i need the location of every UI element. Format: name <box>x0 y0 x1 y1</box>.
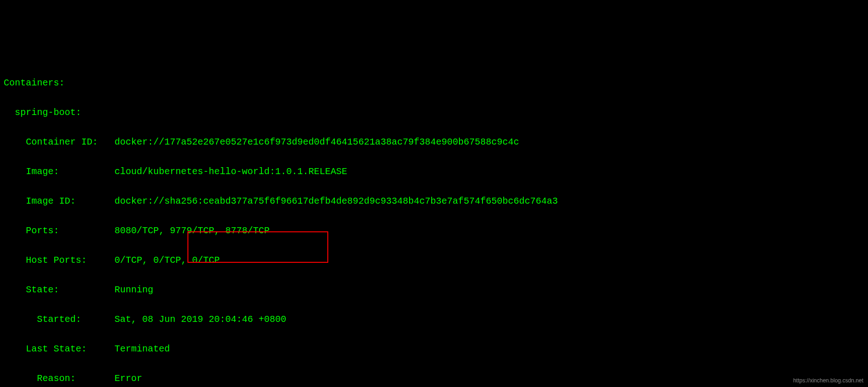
line-container-id: Container ID: docker://177a52e267e0527e1… <box>4 135 864 150</box>
line-reason: Reason: Error <box>4 371 864 386</box>
line-ports: Ports: 8080/TCP, 9779/TCP, 8778/TCP <box>4 224 864 238</box>
watermark: https://xinchen.blog.csdn.net <box>793 376 863 385</box>
line-last-state: Last State: Terminated <box>4 342 864 357</box>
line-state-started: Started: Sat, 08 Jun 2019 20:04:46 +0800 <box>4 312 864 327</box>
line-container-name: spring-boot: <box>4 105 864 120</box>
line-containers: Containers: <box>4 76 864 91</box>
line-image: Image: cloud/kubernetes-hello-world:1.0.… <box>4 164 864 179</box>
terminal-output: Containers: spring-boot: Container ID: d… <box>4 61 864 387</box>
line-state: State: Running <box>4 283 864 297</box>
line-image-id: Image ID: docker://sha256:ceabd377a75f6f… <box>4 194 864 209</box>
line-host-ports: Host Ports: 0/TCP, 0/TCP, 0/TCP <box>4 253 864 268</box>
